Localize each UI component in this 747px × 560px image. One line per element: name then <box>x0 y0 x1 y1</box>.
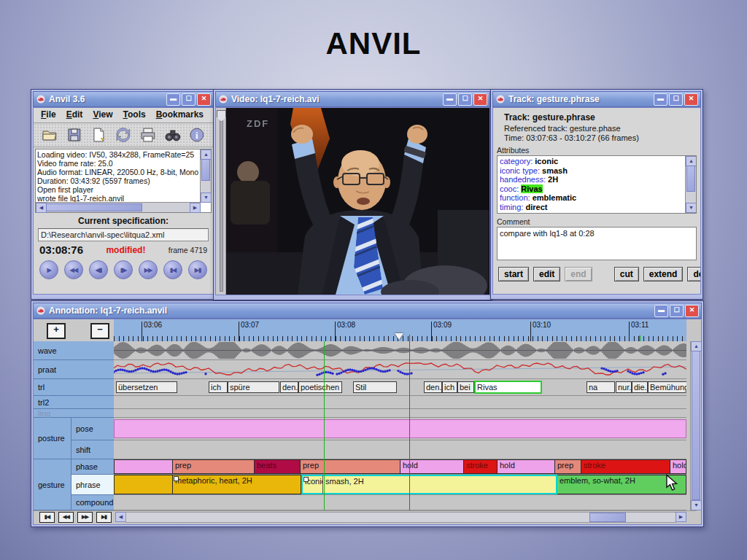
track-titlebar[interactable]: Track: gesture.phrase ▬ ☐ ✕ <box>492 91 701 107</box>
timeline-row-pose[interactable] <box>114 418 686 440</box>
maximize-button[interactable]: ☐ <box>670 305 684 317</box>
spec-path-field[interactable]: D:\Research\anvil-spec\litqua2.xml <box>38 228 209 241</box>
comment-box[interactable]: compare with lq1-8 at 0:28 <box>497 227 697 260</box>
transport-button-1[interactable]: ◀◀ <box>64 260 83 279</box>
transport-button-5[interactable]: ▮◀ <box>163 260 182 279</box>
track-label-trl[interactable]: trl <box>34 379 114 396</box>
info-icon[interactable]: i <box>188 126 206 144</box>
word-box[interactable]: die. <box>632 381 648 393</box>
track-label-ling[interactable]: ling <box>34 409 114 418</box>
close-button[interactable]: ✕ <box>684 93 698 106</box>
track-label-phrase[interactable]: phrase <box>71 475 114 495</box>
track-label-phase[interactable]: phase <box>71 459 114 475</box>
pose-bar[interactable] <box>114 419 686 438</box>
track-label-praat[interactable]: praat <box>34 360 114 379</box>
phase-segment[interactable]: stroke <box>581 459 670 474</box>
minimize-button[interactable]: ▬ <box>443 93 457 106</box>
timeline-ruler[interactable]: 03:0603:0703:0803:0903:1003:11 <box>114 319 686 342</box>
phase-segment[interactable]: hold <box>400 459 464 474</box>
word-box[interactable]: nur. <box>616 381 632 393</box>
playhead-marker[interactable] <box>395 333 403 340</box>
menu-view[interactable]: View <box>88 109 117 121</box>
close-button[interactable]: ✕ <box>473 93 487 106</box>
log-vscrollbar[interactable]: ▲ ▼ <box>200 149 211 203</box>
menu-file[interactable]: File <box>36 109 61 121</box>
timeline-row-ling[interactable] <box>114 409 686 418</box>
scroll-left-arrow[interactable]: ◀ <box>115 512 126 522</box>
menu-edit[interactable]: Edit <box>62 109 88 121</box>
scroll-down-arrow[interactable]: ▼ <box>691 500 702 510</box>
nav-button-1[interactable]: ◀◀ <box>58 512 74 523</box>
close-button[interactable]: ✕ <box>685 305 699 317</box>
word-box[interactable]: poetischen <box>298 381 342 393</box>
menu-bookmarks[interactable]: Bookmarks <box>152 109 208 121</box>
word-box[interactable]: ich <box>442 381 457 393</box>
minimize-button[interactable]: ▬ <box>166 93 180 106</box>
open-icon[interactable] <box>41 126 58 144</box>
nav-button-2[interactable]: ▶▶ <box>77 512 93 523</box>
scroll-right-arrow[interactable]: ▶ <box>190 203 201 213</box>
annotation-vscrollbar[interactable]: ▲ ▼ <box>690 341 701 510</box>
track-label-pose[interactable]: pose <box>71 418 114 440</box>
annotation-titlebar[interactable]: Annotation: lq1-7-reich.anvil ▬ ☐ ✕ <box>33 303 702 319</box>
word-box[interactable]: Stil <box>353 381 397 393</box>
word-box[interactable]: übersetzen <box>116 381 177 393</box>
scroll-right-arrow[interactable]: ▶ <box>676 512 686 522</box>
timeline-row-phase[interactable]: prepbeatsprepholdstrokeholdprepstrokehol… <box>114 459 686 475</box>
new-page-icon[interactable] <box>90 126 107 144</box>
timeline-row-trl[interactable]: übersetzenichspüreden.poetischenStilden.… <box>114 379 686 396</box>
scroll-thumb[interactable] <box>201 159 210 181</box>
phase-segment[interactable]: stroke <box>464 459 498 474</box>
refresh-icon[interactable] <box>115 126 132 144</box>
nav-button-0[interactable]: ▮◀ <box>39 512 55 523</box>
word-box[interactable]: bei <box>457 381 474 393</box>
phase-segment[interactable]: prep <box>173 459 255 474</box>
start-button[interactable]: start <box>498 267 529 281</box>
scroll-up-arrow[interactable]: ▲ <box>201 149 212 160</box>
attributes-box[interactable]: category: iconiciconic type: smashhanded… <box>497 155 697 214</box>
transport-button-0[interactable]: ▶ <box>39 260 58 279</box>
phase-segment[interactable]: prep <box>301 459 400 474</box>
scroll-down-arrow[interactable]: ▼ <box>686 203 697 213</box>
scroll-thumb[interactable] <box>686 166 695 192</box>
scroll-down-arrow[interactable]: ▼ <box>201 192 212 203</box>
word-box[interactable]: spüre <box>228 381 279 393</box>
main-titlebar[interactable]: Anvil 3.6 ▬ ☐ ✕ <box>33 91 214 107</box>
edit-button[interactable]: edit <box>533 267 560 281</box>
transport-button-4[interactable]: ▶▶ <box>139 260 158 279</box>
maximize-button[interactable]: ☐ <box>182 93 196 106</box>
timeline-row-compound[interactable] <box>114 495 686 510</box>
timeline-hscrollbar[interactable] <box>125 512 676 523</box>
attributes-vscrollbar[interactable]: ▲ ▼ <box>685 156 696 213</box>
nav-button-3[interactable]: ▶▮ <box>96 512 112 523</box>
word-box-selected[interactable]: Rivas <box>474 381 542 394</box>
zoom-in-button[interactable]: + <box>47 323 66 339</box>
scroll-up-arrow[interactable]: ▲ <box>686 156 697 166</box>
video-position-slider[interactable] <box>216 108 226 295</box>
transport-button-3[interactable]: ▮▶ <box>114 260 133 279</box>
slider-handle[interactable] <box>217 110 226 122</box>
phrase-segment-selected[interactable]: iconic <box>301 475 322 494</box>
phase-segment[interactable] <box>114 459 173 474</box>
word-box[interactable]: den. <box>280 381 298 393</box>
phase-segment[interactable]: beats <box>255 459 301 474</box>
phrase-segment-selected[interactable]: smash, 2H <box>322 475 557 494</box>
log-hscrollbar[interactable]: ◀ ▶ <box>36 202 201 212</box>
scroll-up-arrow[interactable]: ▲ <box>691 341 702 351</box>
phase-segment[interactable]: hold <box>670 459 686 474</box>
cut-button[interactable]: cut <box>614 267 639 281</box>
log-area[interactable]: Loading video: IV50, 384x288, FrameRate=… <box>35 149 212 213</box>
menu-tools[interactable]: Tools <box>119 109 150 121</box>
word-box[interactable]: den. <box>424 381 442 393</box>
save-icon[interactable] <box>66 126 83 144</box>
timeline-row-phrase[interactable]: metaphoric, heart, 2Hiconicsmash, 2Hembl… <box>114 475 686 495</box>
track-label-trl2[interactable]: trl2 <box>34 396 114 409</box>
zoom-out-button[interactable]: − <box>90 323 109 339</box>
timeline-row-praat[interactable] <box>114 360 686 379</box>
binoculars-icon[interactable] <box>164 126 182 144</box>
scroll-thumb[interactable] <box>589 513 626 522</box>
phrase-segment[interactable]: metaphoric, heart, 2H <box>173 475 301 494</box>
scroll-left-arrow[interactable]: ◀ <box>36 203 47 213</box>
scroll-thumb[interactable] <box>46 203 142 211</box>
word-box[interactable]: ich <box>209 381 228 393</box>
